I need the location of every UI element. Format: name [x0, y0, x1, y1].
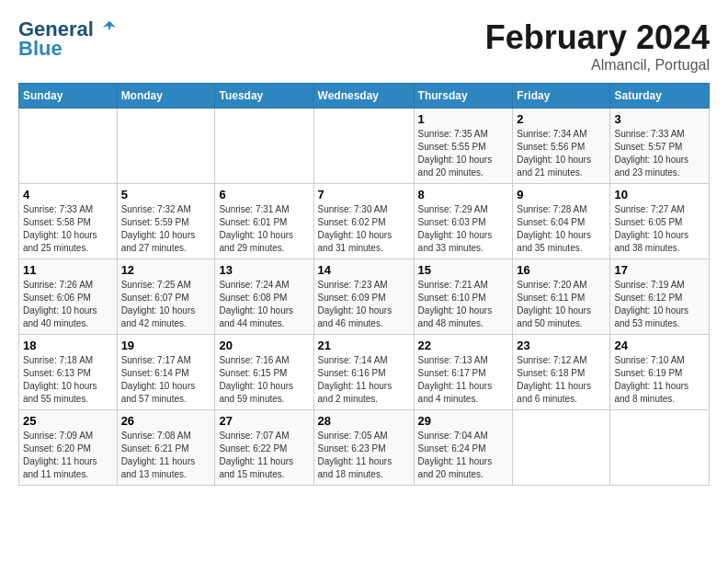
day-info: Sunrise: 7:24 AM Sunset: 6:08 PM Dayligh…: [219, 279, 309, 330]
calendar-cell: [513, 410, 610, 486]
day-number: 5: [121, 188, 211, 201]
calendar-cell: 27Sunrise: 7:07 AM Sunset: 6:22 PM Dayli…: [215, 410, 313, 486]
calendar-cell: 24Sunrise: 7:10 AM Sunset: 6:19 PM Dayli…: [610, 335, 710, 410]
calendar-cell: 20Sunrise: 7:16 AM Sunset: 6:15 PM Dayli…: [215, 335, 313, 410]
day-info: Sunrise: 7:18 AM Sunset: 6:13 PM Dayligh…: [23, 354, 113, 406]
day-info: Sunrise: 7:34 AM Sunset: 5:56 PM Dayligh…: [517, 128, 606, 179]
day-number: 23: [517, 339, 606, 352]
calendar-week-3: 11Sunrise: 7:26 AM Sunset: 6:06 PM Dayli…: [19, 259, 710, 335]
calendar-cell: [19, 109, 118, 184]
calendar-week-4: 18Sunrise: 7:18 AM Sunset: 6:13 PM Dayli…: [19, 335, 710, 410]
day-number: 25: [23, 414, 113, 428]
day-info: Sunrise: 7:14 AM Sunset: 6:16 PM Dayligh…: [318, 354, 410, 406]
day-info: Sunrise: 7:23 AM Sunset: 6:09 PM Dayligh…: [318, 279, 410, 330]
calendar-cell: 2Sunrise: 7:34 AM Sunset: 5:56 PM Daylig…: [513, 109, 610, 184]
calendar-week-1: 1Sunrise: 7:35 AM Sunset: 5:55 PM Daylig…: [19, 109, 710, 184]
calendar-cell: 3Sunrise: 7:33 AM Sunset: 5:57 PM Daylig…: [610, 109, 710, 184]
day-info: Sunrise: 7:30 AM Sunset: 6:02 PM Dayligh…: [318, 203, 410, 255]
calendar-body: 1Sunrise: 7:35 AM Sunset: 5:55 PM Daylig…: [19, 109, 710, 486]
day-number: 20: [219, 339, 309, 352]
calendar-subtitle: Almancil, Portugal: [485, 57, 710, 74]
calendar-cell: 26Sunrise: 7:08 AM Sunset: 6:21 PM Dayli…: [117, 410, 215, 486]
header-day-tuesday: Tuesday: [215, 84, 313, 109]
day-info: Sunrise: 7:21 AM Sunset: 6:10 PM Dayligh…: [418, 279, 509, 330]
day-number: 19: [121, 339, 211, 352]
calendar-cell: 25Sunrise: 7:09 AM Sunset: 6:20 PM Dayli…: [19, 410, 118, 486]
calendar-cell: 6Sunrise: 7:31 AM Sunset: 6:01 PM Daylig…: [215, 184, 313, 259]
day-info: Sunrise: 7:08 AM Sunset: 6:21 PM Dayligh…: [121, 430, 211, 481]
day-info: Sunrise: 7:17 AM Sunset: 6:14 PM Dayligh…: [121, 354, 211, 406]
day-number: 8: [418, 188, 509, 201]
calendar-cell: [117, 109, 215, 184]
logo: General Blue: [18, 18, 118, 61]
calendar-cell: 19Sunrise: 7:17 AM Sunset: 6:14 PM Dayli…: [117, 335, 215, 410]
page-header: General Blue February 2024 Almancil, Por…: [18, 18, 710, 74]
day-number: 15: [418, 263, 509, 277]
calendar-cell: 1Sunrise: 7:35 AM Sunset: 5:55 PM Daylig…: [414, 109, 513, 184]
day-info: Sunrise: 7:16 AM Sunset: 6:15 PM Dayligh…: [219, 354, 309, 406]
calendar-cell: 18Sunrise: 7:18 AM Sunset: 6:13 PM Dayli…: [19, 335, 118, 410]
day-number: 27: [219, 414, 309, 428]
calendar-header-row: SundayMondayTuesdayWednesdayThursdayFrid…: [19, 84, 710, 109]
day-info: Sunrise: 7:10 AM Sunset: 6:19 PM Dayligh…: [614, 354, 705, 406]
calendar-cell: [610, 410, 710, 486]
day-info: Sunrise: 7:26 AM Sunset: 6:06 PM Dayligh…: [23, 279, 113, 330]
calendar-cell: 10Sunrise: 7:27 AM Sunset: 6:05 PM Dayli…: [610, 184, 710, 259]
header-day-saturday: Saturday: [610, 84, 710, 109]
calendar-table: SundayMondayTuesdayWednesdayThursdayFrid…: [18, 83, 710, 486]
day-info: Sunrise: 7:27 AM Sunset: 6:05 PM Dayligh…: [614, 203, 705, 255]
calendar-cell: 28Sunrise: 7:05 AM Sunset: 6:23 PM Dayli…: [313, 410, 414, 486]
calendar-cell: 4Sunrise: 7:33 AM Sunset: 5:58 PM Daylig…: [19, 184, 118, 259]
calendar-cell: 9Sunrise: 7:28 AM Sunset: 6:04 PM Daylig…: [513, 184, 610, 259]
day-info: Sunrise: 7:28 AM Sunset: 6:04 PM Dayligh…: [517, 203, 606, 255]
day-info: Sunrise: 7:33 AM Sunset: 5:57 PM Dayligh…: [614, 128, 705, 179]
calendar-cell: 29Sunrise: 7:04 AM Sunset: 6:24 PM Dayli…: [414, 410, 513, 486]
calendar-cell: 23Sunrise: 7:12 AM Sunset: 6:18 PM Dayli…: [513, 335, 610, 410]
day-info: Sunrise: 7:35 AM Sunset: 5:55 PM Dayligh…: [418, 128, 509, 179]
day-info: Sunrise: 7:05 AM Sunset: 6:23 PM Dayligh…: [318, 430, 410, 481]
day-number: 7: [318, 188, 410, 201]
calendar-week-5: 25Sunrise: 7:09 AM Sunset: 6:20 PM Dayli…: [19, 410, 710, 486]
day-number: 22: [418, 339, 509, 352]
day-number: 12: [121, 263, 211, 277]
header-day-friday: Friday: [513, 84, 610, 109]
header-day-wednesday: Wednesday: [313, 84, 414, 109]
header-day-thursday: Thursday: [414, 84, 513, 109]
day-info: Sunrise: 7:09 AM Sunset: 6:20 PM Dayligh…: [23, 430, 113, 481]
calendar-cell: 11Sunrise: 7:26 AM Sunset: 6:06 PM Dayli…: [19, 259, 118, 335]
day-number: 28: [318, 414, 410, 428]
calendar-cell: 5Sunrise: 7:32 AM Sunset: 5:59 PM Daylig…: [117, 184, 215, 259]
header-day-monday: Monday: [117, 84, 215, 109]
day-number: 3: [614, 112, 705, 126]
day-info: Sunrise: 7:25 AM Sunset: 6:07 PM Dayligh…: [121, 279, 211, 330]
day-number: 13: [219, 263, 309, 277]
svg-marker-0: [103, 21, 116, 31]
calendar-cell: [215, 109, 313, 184]
day-info: Sunrise: 7:20 AM Sunset: 6:11 PM Dayligh…: [517, 279, 606, 330]
day-number: 11: [23, 263, 113, 277]
day-info: Sunrise: 7:07 AM Sunset: 6:22 PM Dayligh…: [219, 430, 309, 481]
day-number: 17: [614, 263, 705, 277]
day-info: Sunrise: 7:29 AM Sunset: 6:03 PM Dayligh…: [418, 203, 509, 255]
day-number: 9: [517, 188, 606, 201]
calendar-cell: 22Sunrise: 7:13 AM Sunset: 6:17 PM Dayli…: [414, 335, 513, 410]
day-info: Sunrise: 7:04 AM Sunset: 6:24 PM Dayligh…: [418, 430, 509, 481]
header-day-sunday: Sunday: [19, 84, 118, 109]
day-number: 24: [614, 339, 705, 352]
calendar-week-2: 4Sunrise: 7:33 AM Sunset: 5:58 PM Daylig…: [19, 184, 710, 259]
day-number: 26: [121, 414, 211, 428]
day-info: Sunrise: 7:31 AM Sunset: 6:01 PM Dayligh…: [219, 203, 309, 255]
day-number: 4: [23, 188, 113, 201]
calendar-cell: 7Sunrise: 7:30 AM Sunset: 6:02 PM Daylig…: [313, 184, 414, 259]
day-number: 18: [23, 339, 113, 352]
day-info: Sunrise: 7:33 AM Sunset: 5:58 PM Dayligh…: [23, 203, 113, 255]
calendar-title: February 2024: [485, 18, 710, 57]
calendar-cell: 14Sunrise: 7:23 AM Sunset: 6:09 PM Dayli…: [313, 259, 414, 335]
day-number: 16: [517, 263, 606, 277]
calendar-cell: 13Sunrise: 7:24 AM Sunset: 6:08 PM Dayli…: [215, 259, 313, 335]
day-number: 1: [418, 112, 509, 126]
calendar-cell: 8Sunrise: 7:29 AM Sunset: 6:03 PM Daylig…: [414, 184, 513, 259]
calendar-cell: 21Sunrise: 7:14 AM Sunset: 6:16 PM Dayli…: [313, 335, 414, 410]
calendar-cell: 17Sunrise: 7:19 AM Sunset: 6:12 PM Dayli…: [610, 259, 710, 335]
day-info: Sunrise: 7:32 AM Sunset: 5:59 PM Dayligh…: [121, 203, 211, 255]
